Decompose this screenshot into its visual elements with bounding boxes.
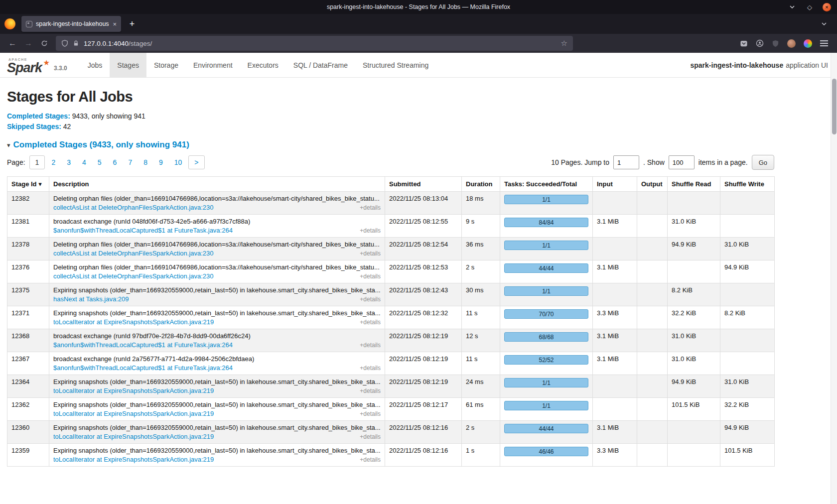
spark-nav-environment[interactable]: Environment xyxy=(186,53,240,77)
details-toggle[interactable]: +details xyxy=(360,273,381,280)
section-title: Completed Stages (9433, only showing 941… xyxy=(13,140,189,150)
tab-close-icon[interactable]: × xyxy=(113,20,117,28)
details-toggle[interactable]: +details xyxy=(360,365,381,372)
page-scrollbar[interactable] xyxy=(831,53,837,504)
skipped-stages-summary: Skipped Stages: 42 xyxy=(7,123,830,130)
spark-nav-structured-streaming[interactable]: Structured Streaming xyxy=(355,53,436,77)
duration-cell: 30 ms xyxy=(462,283,500,306)
menu-icon[interactable] xyxy=(820,40,828,46)
column-header-duration[interactable]: Duration xyxy=(462,177,500,192)
page-link-1[interactable]: 1 xyxy=(29,155,45,169)
page-link-8[interactable]: 8 xyxy=(139,156,152,169)
column-header-shuffle-read[interactable]: Shuffle Read xyxy=(668,177,720,192)
column-header-stage-id[interactable]: Stage Id ▾ xyxy=(7,177,49,192)
shuffle-read-cell xyxy=(668,444,720,467)
stage-description-text: Deleting orphan files (older_than=166910… xyxy=(53,263,381,271)
details-toggle[interactable]: +details xyxy=(360,227,381,234)
details-toggle[interactable]: +details xyxy=(360,319,381,326)
details-toggle[interactable]: +details xyxy=(360,433,381,440)
task-progress-bar: 1/1 xyxy=(504,195,588,204)
new-tab-button[interactable]: + xyxy=(125,16,140,31)
stage-callsite-link[interactable]: $anonfun$withThreadLocalCaptured$1 at Fu… xyxy=(53,364,233,372)
bookmark-star-icon[interactable]: ☆ xyxy=(561,39,567,48)
details-toggle[interactable]: +details xyxy=(360,342,381,349)
page-link-10[interactable]: 10 xyxy=(169,156,187,169)
column-header-shuffle-write[interactable]: Shuffle Write xyxy=(720,177,775,192)
details-toggle[interactable]: +details xyxy=(360,296,381,303)
window-maximize-icon[interactable]: ◇ xyxy=(805,2,814,11)
url-bar[interactable]: 127.0.0.1:4040/stages/ ☆ xyxy=(56,36,573,51)
spark-nav-stages[interactable]: Stages xyxy=(110,53,146,77)
details-toggle[interactable]: +details xyxy=(360,387,381,394)
page-scrollbar-thumb[interactable] xyxy=(832,79,837,134)
page-link-7[interactable]: 7 xyxy=(123,156,137,169)
tasks-cell: 1/1 xyxy=(500,398,593,421)
stage-callsite-link[interactable]: $anonfun$withThreadLocalCaptured$1 at Fu… xyxy=(53,227,233,234)
completed-stages-value: 9433, only showing 941 xyxy=(72,112,145,120)
spark-nav-storage[interactable]: Storage xyxy=(146,53,186,77)
stage-id-cell: 12378 xyxy=(7,238,49,260)
stage-callsite-link[interactable]: toLocalIterator at ExpireSnapshotsSparkA… xyxy=(53,410,214,417)
forward-icon[interactable]: → xyxy=(21,36,36,51)
shuffle-write-cell: 101.5 KiB xyxy=(720,444,775,467)
shuffle-write-cell: 94.9 KiB xyxy=(720,260,775,283)
ublock-shield-icon[interactable] xyxy=(772,40,779,47)
column-header-tasks-succeeded-total[interactable]: Tasks: Succeeded/Total xyxy=(500,177,593,192)
spark-nav-sql-dataframe[interactable]: SQL / DataFrame xyxy=(286,53,355,77)
page-link-5[interactable]: 5 xyxy=(93,156,107,169)
url-text[interactable]: 127.0.0.1:4040/stages/ xyxy=(84,40,152,47)
jump-to-page-input[interactable] xyxy=(613,155,639,169)
stage-callsite-link[interactable]: hasNext at Tasks.java:209 xyxy=(53,295,129,303)
completed-stages-link[interactable]: Completed Stages: xyxy=(7,112,70,120)
extension-icon[interactable] xyxy=(804,39,812,48)
stage-callsite-link[interactable]: $anonfun$withThreadLocalCaptured$1 at Fu… xyxy=(53,341,233,349)
details-toggle[interactable]: +details xyxy=(360,410,381,417)
stage-callsite-link[interactable]: collectAsList at DeleteOrphanFilesSparkA… xyxy=(53,272,214,280)
stage-callsite-link[interactable]: toLocalIterator at ExpireSnapshotsSparkA… xyxy=(53,318,214,326)
tasks-cell: 1/1 xyxy=(500,192,593,215)
skipped-stages-link[interactable]: Skipped Stages: xyxy=(7,123,61,130)
go-button[interactable]: Go xyxy=(752,155,774,170)
spark-nav-jobs[interactable]: Jobs xyxy=(80,53,110,77)
lock-icon[interactable] xyxy=(73,40,79,47)
page-link-9[interactable]: 9 xyxy=(154,156,168,169)
stage-callsite-link[interactable]: toLocalIterator at ExpireSnapshotsSparkA… xyxy=(53,456,214,463)
stage-description-text: broadcast exchange (runId 2a75677f-a771-… xyxy=(53,355,381,363)
column-header-input[interactable]: Input xyxy=(593,177,637,192)
column-header-submitted[interactable]: Submitted xyxy=(385,177,462,192)
page-link-3[interactable]: 3 xyxy=(62,156,76,169)
stage-callsite-link[interactable]: toLocalIterator at ExpireSnapshotsSparkA… xyxy=(53,433,214,440)
details-toggle[interactable]: +details xyxy=(360,204,381,211)
reload-icon[interactable] xyxy=(37,36,52,51)
input-cell: 3.3 MiB xyxy=(593,444,637,467)
stage-row-12381: 12381broadcast exchange (runId 048fd06f-… xyxy=(7,215,775,238)
page-link-6[interactable]: 6 xyxy=(108,156,122,169)
account-icon[interactable] xyxy=(756,39,764,47)
back-icon[interactable]: ← xyxy=(5,36,20,51)
stage-callsite-link[interactable]: collectAsList at DeleteOrphanFilesSparkA… xyxy=(53,204,214,211)
window-minimize-icon[interactable] xyxy=(788,2,797,11)
items-per-page-input[interactable] xyxy=(669,155,695,169)
column-header-description[interactable]: Description xyxy=(49,177,385,192)
page-next-link[interactable]: > xyxy=(188,155,204,169)
avatar-extension-icon[interactable] xyxy=(787,39,796,48)
spark-logo[interactable]: APACHE Spark ★ 3.3.0 xyxy=(6,53,67,77)
items-per-page-label: items in a page. xyxy=(698,158,748,166)
page-link-4[interactable]: 4 xyxy=(77,156,91,169)
browser-tab[interactable]: spark-ingest-into-lakehous × xyxy=(21,16,121,32)
window-close-icon[interactable]: × xyxy=(823,3,831,11)
pocket-icon[interactable] xyxy=(740,40,748,47)
page-link-2[interactable]: 2 xyxy=(46,156,60,169)
spark-nav-executors[interactable]: Executors xyxy=(240,53,286,77)
column-header-output[interactable]: Output xyxy=(637,177,668,192)
tasks-cell: 44/44 xyxy=(500,421,593,444)
list-all-tabs-icon[interactable] xyxy=(817,17,831,31)
tracking-shield-icon[interactable] xyxy=(61,40,68,47)
shuffle-write-cell: 32.2 KiB xyxy=(720,398,775,421)
details-toggle[interactable]: +details xyxy=(360,250,381,257)
completed-stages-section-toggle[interactable]: ▾ Completed Stages (9433, only showing 9… xyxy=(7,140,830,150)
stage-callsite-link[interactable]: collectAsList at DeleteOrphanFilesSparkA… xyxy=(53,250,214,257)
details-toggle[interactable]: +details xyxy=(360,456,381,463)
stage-callsite-link[interactable]: toLocalIterator at ExpireSnapshotsSparkA… xyxy=(53,387,214,394)
stage-description-cell: Deleting orphan files (older_than=166910… xyxy=(49,192,385,215)
